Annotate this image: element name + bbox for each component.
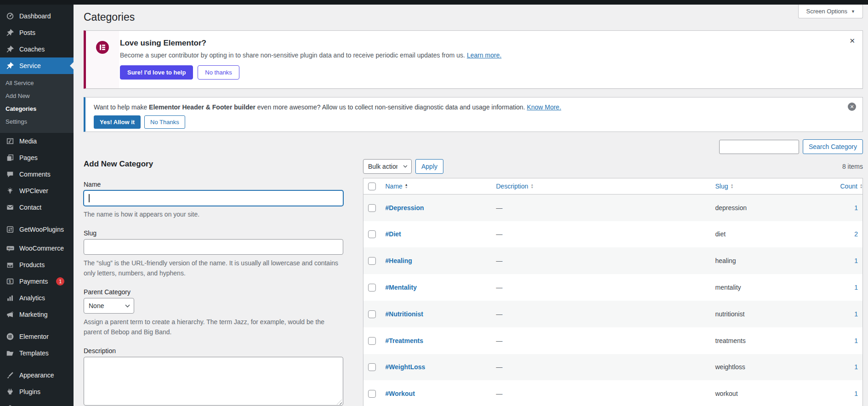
category-count-link[interactable]: 1 — [854, 337, 858, 344]
category-name-link[interactable]: #Mentality — [386, 284, 417, 291]
row-checkbox[interactable] — [368, 337, 376, 345]
user-icon — [6, 404, 15, 406]
svg-text:Woo: Woo — [7, 247, 13, 250]
elementor-decline-button[interactable]: No thanks — [198, 65, 239, 80]
category-name-link[interactable]: #WeightLoss — [386, 363, 425, 371]
hfe-notice: Want to help make Elementor Header & Foo… — [84, 97, 863, 132]
sidebar-label: Elementor — [19, 332, 49, 341]
sidebar-item-contact[interactable]: Contact — [0, 199, 74, 216]
sidebar-item-elementor[interactable]: Elementor — [0, 328, 74, 345]
sidebar-item-payments[interactable]: $ Payments 1 — [0, 273, 74, 290]
screen-options-button[interactable]: Screen Options ▼ — [798, 5, 863, 18]
category-count-link[interactable]: 1 — [854, 363, 858, 371]
row-checkbox[interactable] — [368, 257, 376, 265]
slug-label: Slug — [84, 229, 343, 237]
category-count-link[interactable]: 1 — [854, 390, 858, 397]
table-row: #Workout — workout 1 — [363, 380, 863, 406]
row-checkbox[interactable] — [368, 363, 376, 371]
sidebar-item-media[interactable]: Media — [0, 133, 74, 149]
sidebar-item-dashboard[interactable]: Dashboard — [0, 8, 74, 24]
sidebar-item-templates[interactable]: Templates — [0, 345, 74, 361]
column-header-description[interactable]: Description▲▼ — [492, 178, 711, 194]
main-content: Screen Options ▼ Categories Love using E… — [74, 5, 868, 406]
search-row: Search Category — [719, 139, 863, 154]
hfe-decline-button[interactable]: No Thanks — [144, 115, 185, 129]
sidebar-item-marketing[interactable]: Marketing — [0, 306, 74, 323]
column-header-count[interactable]: Count▲▼ — [836, 178, 863, 194]
page-title: Categories — [84, 11, 135, 23]
elementor-accept-button[interactable]: Sure! I'd love to help — [120, 65, 193, 80]
search-category-button[interactable]: Search Category — [803, 139, 863, 154]
sidebar-item-service[interactable]: Service — [0, 57, 74, 74]
row-checkbox[interactable] — [368, 230, 376, 238]
sidebar-item-appearance[interactable]: Appearance — [0, 367, 74, 383]
category-description: — — [492, 194, 711, 221]
learn-more-link[interactable]: Learn more. — [467, 51, 501, 59]
category-name-link[interactable]: #Nutritionist — [386, 310, 423, 318]
sidebar-label: Analytics — [19, 294, 45, 302]
category-count-link[interactable]: 2 — [854, 230, 858, 238]
sidebar-label: WooCommerce — [19, 244, 64, 252]
sidebar-item-posts[interactable]: Posts — [0, 24, 74, 41]
category-name-link[interactable]: #Diet — [386, 230, 401, 238]
name-field[interactable] — [84, 190, 343, 206]
close-icon[interactable]: ✕ — [849, 37, 855, 44]
sidebar-item-getwooplugins[interactable]: GetWooPlugins — [0, 221, 74, 238]
sidebar-item-analytics[interactable]: Analytics — [0, 290, 74, 306]
dismiss-circle-icon[interactable]: ✕ — [848, 103, 856, 111]
apply-button[interactable]: Apply — [415, 159, 443, 174]
pin-icon — [6, 45, 15, 54]
sidebar-label: Comments — [19, 170, 51, 178]
plug-icon — [6, 387, 15, 396]
bulk-actions-select[interactable]: Bulk actions — [363, 159, 412, 174]
sidebar-item-woocommerce[interactable]: Woo WooCommerce — [0, 240, 74, 257]
elementor-logo-icon — [96, 41, 109, 54]
payments-badge: 1 — [56, 277, 64, 286]
admin-top-bar — [0, 0, 868, 5]
category-name-link[interactable]: #Treatments — [386, 337, 423, 344]
category-name-link[interactable]: #Healing — [386, 257, 412, 264]
row-checkbox[interactable] — [368, 310, 376, 318]
sidebar-item-settings[interactable]: Settings — [0, 115, 74, 128]
slug-field[interactable] — [84, 239, 343, 255]
sidebar-item-plugins[interactable]: Plugins — [0, 383, 74, 400]
column-header-name[interactable]: Name▲▼ — [381, 178, 492, 194]
sidebar-item-all-service[interactable]: All Service — [0, 77, 74, 90]
pin-icon — [6, 61, 15, 70]
search-input[interactable] — [719, 140, 799, 154]
name-help: The name is how it appears on your site. — [84, 209, 343, 219]
svg-text:$: $ — [9, 279, 11, 284]
sidebar-item-categories[interactable]: Categories — [0, 103, 74, 115]
sidebar-item-wpclever[interactable]: WPClever — [0, 183, 74, 199]
know-more-link[interactable]: Know More. — [527, 103, 562, 111]
category-slug: depression — [711, 194, 836, 221]
sidebar-item-coaches[interactable]: Coaches — [0, 41, 74, 57]
sidebar-item-comments[interactable]: Comments — [0, 166, 74, 183]
column-header-slug[interactable]: Slug▲▼ — [711, 178, 836, 194]
category-slug: workout — [711, 380, 836, 406]
sort-icon: ▲▼ — [860, 183, 863, 189]
category-count-link[interactable]: 1 — [854, 204, 858, 212]
text-caret — [89, 194, 90, 202]
select-all-checkbox[interactable] — [368, 183, 376, 190]
table-row: #Diet — diet 2 — [363, 221, 863, 248]
description-field[interactable] — [84, 357, 343, 406]
category-name-link[interactable]: #Workout — [386, 390, 415, 397]
category-count-link[interactable]: 1 — [854, 310, 858, 318]
sidebar-item-pages[interactable]: Pages — [0, 149, 74, 166]
category-count-link[interactable]: 1 — [854, 284, 858, 291]
hfe-allow-button[interactable]: Yes! Allow it — [94, 115, 141, 129]
row-checkbox[interactable] — [368, 204, 376, 212]
row-checkbox[interactable] — [368, 284, 376, 292]
row-checkbox[interactable] — [368, 390, 376, 398]
sidebar-label: Contact — [19, 203, 41, 212]
megaphone-icon — [6, 310, 15, 319]
sidebar-item-products[interactable]: Products — [0, 257, 74, 273]
category-name-link[interactable]: #Depression — [386, 204, 424, 212]
category-description: — — [492, 327, 711, 354]
category-slug: treatments — [711, 327, 836, 354]
parent-category-select[interactable]: None — [84, 298, 134, 314]
sidebar-item-add-new[interactable]: Add New — [0, 90, 74, 103]
sidebar-item-users[interactable]: Users — [0, 400, 74, 406]
category-count-link[interactable]: 1 — [854, 257, 858, 264]
